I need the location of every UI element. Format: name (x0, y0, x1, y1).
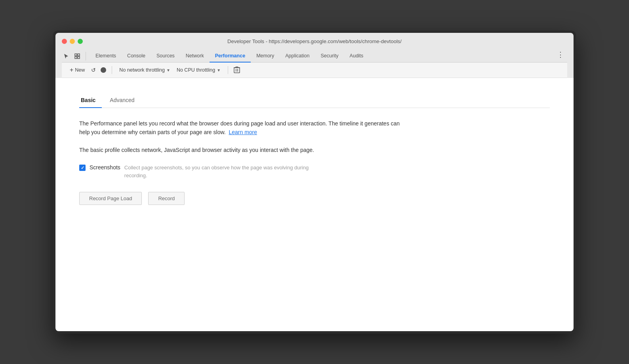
new-button[interactable]: + New (68, 66, 86, 74)
screenshots-checkbox-wrapper[interactable]: ✓ Screenshots (79, 164, 120, 171)
separator-2 (228, 66, 228, 74)
tab-performance[interactable]: Performance (210, 50, 251, 63)
network-throttle-dropdown[interactable]: No network throttling ▼ (118, 66, 172, 74)
close-button[interactable] (62, 39, 67, 44)
cpu-throttle-dropdown[interactable]: No CPU throttling ▼ (175, 66, 222, 74)
svg-rect-0 (75, 54, 77, 56)
separator-1 (112, 66, 112, 74)
record-button-main[interactable]: Record (148, 192, 185, 205)
record-button[interactable] (101, 67, 106, 73)
cursor-icon[interactable] (62, 52, 71, 61)
tab-sources[interactable]: Sources (151, 50, 180, 63)
learn-more-link[interactable]: Learn more (229, 129, 257, 135)
content-tabs: Basic Advanced (79, 94, 550, 108)
tab-audits[interactable]: Audits (344, 50, 369, 63)
title-bar: Developer Tools - https://developers.goo… (62, 38, 567, 44)
toolbar: + New ↺ No network throttling ▼ No CPU t… (62, 63, 567, 78)
svg-rect-4 (234, 68, 240, 73)
window-title: Developer Tools - https://developers.goo… (227, 38, 402, 44)
screenshots-description: Collect page screenshots, so you can obs… (124, 164, 322, 179)
reload-button[interactable]: ↺ (90, 66, 97, 74)
network-throttle-label: No network throttling (119, 67, 165, 73)
screenshots-label: Screenshots (90, 164, 120, 171)
description-2: The basic profile collects network, Java… (79, 146, 404, 154)
tab-basic[interactable]: Basic (79, 94, 102, 108)
devtools-content: Basic Advanced The Performance panel let… (55, 78, 574, 331)
more-tabs-icon[interactable]: ⋮ (554, 50, 567, 62)
svg-rect-1 (78, 54, 80, 56)
tab-advanced[interactable]: Advanced (108, 94, 141, 108)
svg-rect-2 (75, 57, 77, 59)
reload-icon: ↺ (91, 67, 96, 73)
tab-application[interactable]: Application (280, 50, 315, 63)
network-throttle-arrow-icon: ▼ (166, 68, 170, 72)
new-label: New (75, 67, 85, 73)
tab-network[interactable]: Network (180, 50, 210, 63)
description-1: The Performance panel lets you record wh… (79, 119, 404, 137)
screenshots-row: ✓ Screenshots Collect page screenshots, … (79, 164, 550, 179)
check-icon: ✓ (81, 165, 84, 171)
inspect-icon[interactable] (73, 52, 82, 61)
record-page-load-button[interactable]: Record Page Load (79, 192, 142, 205)
maximize-button[interactable] (78, 39, 83, 44)
tab-console[interactable]: Console (122, 50, 151, 63)
clear-button[interactable] (234, 66, 240, 74)
svg-rect-3 (78, 57, 80, 59)
traffic-lights (62, 39, 83, 44)
tab-memory[interactable]: Memory (251, 50, 280, 63)
tab-security[interactable]: Security (315, 50, 344, 63)
devtools-window: Developer Tools - https://developers.goo… (53, 30, 576, 334)
button-row: Record Page Load Record (79, 192, 550, 205)
cpu-throttle-arrow-icon: ▼ (217, 68, 221, 72)
tab-icons (62, 52, 86, 61)
devtools-tabs: Elements Console Sources Network Perform… (62, 48, 567, 63)
minimize-button[interactable] (70, 39, 75, 44)
window-chrome: Developer Tools - https://developers.goo… (55, 33, 574, 78)
cpu-throttle-label: No CPU throttling (177, 67, 215, 73)
tab-elements[interactable]: Elements (90, 50, 122, 63)
screenshots-checkbox[interactable]: ✓ (79, 165, 86, 171)
plus-icon: + (70, 66, 73, 74)
